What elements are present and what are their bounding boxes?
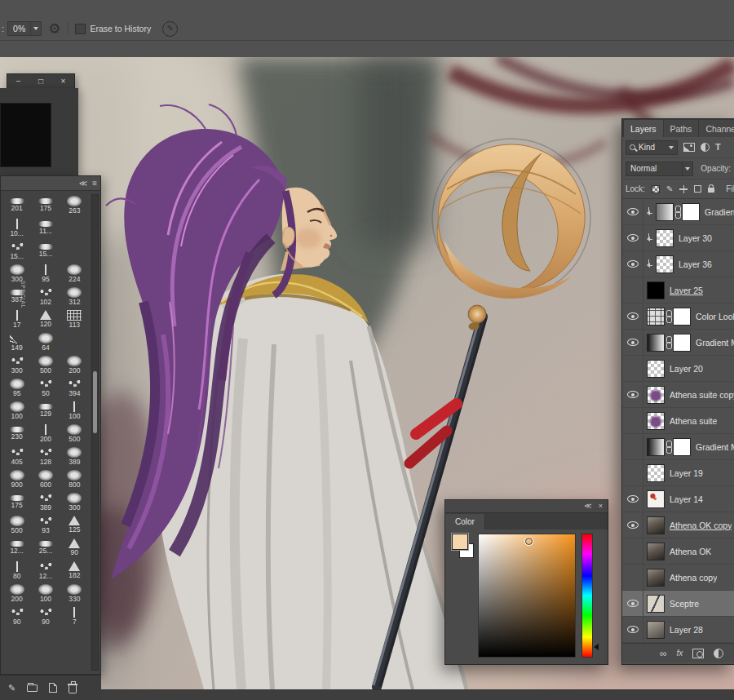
brush-preset[interactable]: 125 bbox=[60, 516, 89, 536]
layer-row-main[interactable]: Layer 30 bbox=[643, 225, 734, 250]
brush-preset[interactable] bbox=[60, 219, 89, 239]
visibility-toggle[interactable] bbox=[622, 303, 643, 329]
brush-preset[interactable]: 200 bbox=[2, 584, 31, 605]
brush-preset[interactable] bbox=[60, 333, 89, 353]
layer-row-main[interactable]: Layer 25 bbox=[643, 277, 734, 303]
brush-panel-header[interactable]: ≪ ≡ bbox=[1, 176, 100, 191]
scrollbar-thumb[interactable] bbox=[93, 371, 97, 433]
brush-preset[interactable]: 129 bbox=[31, 401, 60, 422]
minimize-button[interactable]: − bbox=[16, 78, 21, 86]
visibility-toggle[interactable] bbox=[622, 486, 643, 512]
lock-artboard-icon[interactable] bbox=[694, 185, 701, 193]
layer-row[interactable]: Layer 36 bbox=[622, 251, 734, 277]
panel-menu-icon[interactable]: ≡ bbox=[92, 179, 97, 188]
brush-preset[interactable]: 93 bbox=[31, 516, 60, 536]
layer-thumbnail[interactable] bbox=[656, 255, 674, 273]
layer-row-main[interactable]: Athena copy bbox=[643, 565, 734, 590]
brush-preset[interactable]: 100 bbox=[60, 401, 89, 422]
brush-preset[interactable]: 11... bbox=[31, 219, 60, 239]
brush-preset[interactable]: 389 bbox=[60, 447, 89, 467]
layer-thumbnail[interactable] bbox=[656, 229, 674, 247]
layer-thumbnail[interactable] bbox=[656, 203, 674, 221]
add-adjustment-icon[interactable] bbox=[714, 649, 723, 658]
link-layers-icon[interactable]: ∞ bbox=[660, 649, 667, 658]
layer-row[interactable]: Layer 19 bbox=[622, 460, 734, 486]
layer-thumbnail[interactable] bbox=[647, 516, 665, 534]
layer-row-main[interactable]: Athena OK bbox=[643, 538, 734, 564]
folder-icon[interactable] bbox=[27, 684, 38, 692]
layer-thumbnail[interactable] bbox=[647, 438, 665, 456]
layer-thumbnail[interactable] bbox=[647, 569, 665, 587]
layer-row[interactable]: Athena OK bbox=[622, 538, 734, 565]
brush-preset[interactable] bbox=[60, 241, 89, 262]
brush-preset[interactable]: 113 bbox=[60, 310, 89, 330]
layer-thumbnail[interactable] bbox=[647, 334, 665, 352]
layer-thumbnail[interactable] bbox=[647, 621, 665, 639]
layer-row-main[interactable]: Sceptre bbox=[643, 591, 734, 616]
layer-name[interactable]: Layer 25 bbox=[670, 286, 703, 295]
brush-preset[interactable]: 7 bbox=[60, 607, 89, 627]
visibility-toggle[interactable] bbox=[622, 382, 643, 407]
brush-preset[interactable]: 230 bbox=[2, 424, 31, 445]
layer-row-main[interactable]: Athena suite copy bbox=[643, 382, 734, 407]
brush-preset[interactable]: 80 bbox=[2, 561, 31, 582]
brush-preset[interactable]: 12... bbox=[2, 538, 31, 559]
brush-preset[interactable]: 100 bbox=[2, 401, 31, 422]
brush-preset[interactable]: 25... bbox=[31, 538, 60, 559]
lock-position-icon[interactable] bbox=[679, 185, 688, 193]
visibility-toggle[interactable] bbox=[622, 356, 643, 381]
layer-name[interactable]: Athena OK copy bbox=[670, 521, 732, 530]
layer-row-main[interactable]: Gradient Map bbox=[643, 434, 734, 459]
brush-preset[interactable]: 330 bbox=[60, 584, 89, 605]
brush-preset[interactable]: 90 bbox=[2, 607, 31, 627]
brush-preset[interactable]: 175 bbox=[31, 196, 60, 216]
brush-preset[interactable]: 15... bbox=[2, 241, 31, 262]
layer-name[interactable]: Gradient Map bbox=[696, 338, 734, 348]
close-icon[interactable]: × bbox=[599, 503, 603, 510]
visibility-toggle[interactable] bbox=[622, 251, 643, 277]
layer-thumbnail[interactable] bbox=[647, 490, 665, 508]
brush-preset[interactable]: 405 bbox=[2, 447, 31, 467]
layer-row[interactable]: Color Lookup bbox=[622, 303, 734, 330]
brush-preset[interactable]: 100 bbox=[31, 584, 60, 605]
brush-preset[interactable]: 600 bbox=[31, 470, 60, 490]
airbrush-icon[interactable]: ✎ bbox=[162, 21, 178, 37]
lock-transparency-icon[interactable] bbox=[652, 185, 660, 193]
filter-adjustment-layers-icon[interactable] bbox=[701, 143, 710, 152]
mask-thumbnail[interactable] bbox=[673, 438, 691, 456]
brush-preset[interactable]: 50 bbox=[31, 379, 60, 399]
layer-name[interactable]: Layer 14 bbox=[670, 494, 703, 504]
tab-color[interactable]: Color bbox=[445, 514, 485, 529]
lock-pixels-icon[interactable]: ✎ bbox=[666, 185, 673, 193]
brush-preset[interactable]: 300 bbox=[2, 356, 31, 376]
layer-row-main[interactable]: Gradient bbox=[643, 199, 734, 224]
brush-preset[interactable]: 64 bbox=[31, 333, 60, 353]
collapse-icon[interactable]: ≪ bbox=[79, 179, 87, 188]
layer-row-main[interactable]: Gradient Map bbox=[643, 330, 734, 355]
brush-preset[interactable]: 800 bbox=[60, 470, 89, 490]
maximize-button[interactable]: □ bbox=[38, 78, 43, 86]
flow-combobox[interactable]: 0% bbox=[7, 21, 42, 36]
visibility-toggle[interactable] bbox=[622, 330, 643, 355]
brush-preset[interactable]: 900 bbox=[2, 470, 31, 490]
brush-preset[interactable]: 394 bbox=[60, 379, 89, 399]
brush-preset[interactable]: 128 bbox=[31, 447, 60, 467]
brush-preset[interactable]: 175 bbox=[2, 493, 31, 513]
visibility-toggle[interactable] bbox=[622, 225, 643, 250]
filter-kind-dropdown[interactable]: Kind bbox=[626, 140, 678, 155]
brush-preset[interactable]: 201 bbox=[2, 196, 31, 216]
layer-row[interactable]: Athena OK copy bbox=[622, 512, 734, 538]
add-mask-icon[interactable] bbox=[692, 649, 704, 658]
brush-preset[interactable]: 90 bbox=[60, 538, 89, 559]
layer-name[interactable]: Layer 19 bbox=[670, 468, 703, 478]
layer-row[interactable]: Layer 20 bbox=[622, 356, 734, 382]
layer-row-main[interactable]: Layer 20 bbox=[643, 356, 734, 381]
mask-thumbnail[interactable] bbox=[673, 334, 691, 352]
picker-cursor[interactable] bbox=[525, 538, 533, 545]
layer-row[interactable]: Gradient Map bbox=[622, 434, 734, 460]
layer-thumbnail[interactable] bbox=[647, 464, 665, 482]
visibility-toggle[interactable] bbox=[622, 408, 643, 433]
layer-name[interactable]: Layer 20 bbox=[670, 364, 703, 374]
lock-all-icon[interactable] bbox=[708, 188, 714, 193]
layer-thumbnail[interactable] bbox=[647, 360, 665, 378]
